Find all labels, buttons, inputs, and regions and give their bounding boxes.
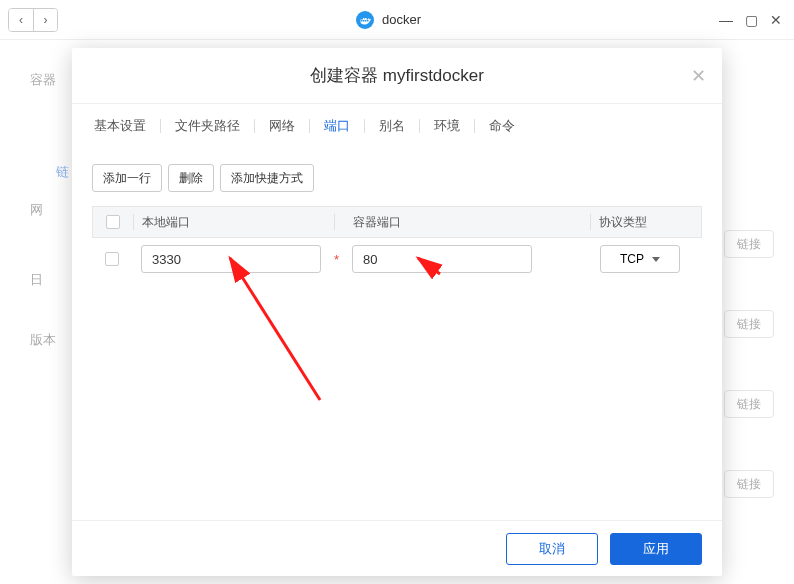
header-container-port: 容器端口: [351, 214, 551, 231]
select-all-checkbox[interactable]: [106, 215, 120, 229]
modal-title: 创建容器 myfirstdocker: [310, 64, 484, 87]
port-row: * TCP: [92, 238, 702, 280]
add-row-button[interactable]: 添加一行: [92, 164, 162, 192]
row-checkbox[interactable]: [105, 252, 119, 266]
delete-button[interactable]: 删除: [168, 164, 214, 192]
back-button[interactable]: ‹: [9, 9, 33, 31]
tab-alias[interactable]: 别名: [365, 117, 419, 135]
header-local-port: 本地端口: [134, 214, 334, 231]
tab-folder[interactable]: 文件夹路径: [161, 117, 254, 135]
close-window-button[interactable]: ✕: [770, 13, 782, 27]
protocol-select[interactable]: TCP: [600, 245, 680, 273]
header-protocol: 协议类型: [591, 214, 701, 231]
window-title: docker: [382, 12, 421, 27]
cancel-button[interactable]: 取消: [506, 533, 598, 565]
title-center: docker: [58, 11, 719, 29]
tab-env[interactable]: 环境: [420, 117, 474, 135]
minimize-button[interactable]: —: [719, 13, 733, 27]
close-icon[interactable]: ✕: [691, 65, 706, 87]
window-controls: — ▢ ✕: [719, 13, 782, 27]
chevron-down-icon: [652, 257, 660, 262]
modal-footer: 取消 应用: [72, 520, 722, 576]
required-star-icon: *: [334, 252, 339, 267]
apply-button[interactable]: 应用: [610, 533, 702, 565]
add-shortcut-button[interactable]: 添加快捷方式: [220, 164, 314, 192]
container-port-input[interactable]: [352, 245, 532, 273]
create-container-modal: 创建容器 myfirstdocker ✕ 基本设置 文件夹路径 网络 端口 别名…: [72, 48, 722, 576]
forward-button[interactable]: ›: [33, 9, 57, 31]
docker-icon: [356, 11, 374, 29]
nav-buttons: ‹ ›: [8, 8, 58, 32]
tab-port[interactable]: 端口: [310, 117, 364, 135]
protocol-value: TCP: [620, 252, 644, 266]
maximize-button[interactable]: ▢: [745, 13, 758, 27]
grid-header: 本地端口 容器端口 协议类型: [92, 206, 702, 238]
tab-cmd[interactable]: 命令: [475, 117, 529, 135]
local-port-input[interactable]: [141, 245, 321, 273]
tab-network[interactable]: 网络: [255, 117, 309, 135]
tab-basic[interactable]: 基本设置: [80, 117, 160, 135]
toolbar-row: 添加一行 删除 添加快捷方式: [92, 164, 702, 192]
window-titlebar: ‹ › docker — ▢ ✕: [0, 0, 794, 40]
modal-body: 添加一行 删除 添加快捷方式 本地端口 容器端口 协议类型 *: [72, 148, 722, 520]
modal-header: 创建容器 myfirstdocker ✕: [72, 48, 722, 104]
modal-tabs: 基本设置 文件夹路径 网络 端口 别名 环境 命令: [72, 104, 722, 148]
